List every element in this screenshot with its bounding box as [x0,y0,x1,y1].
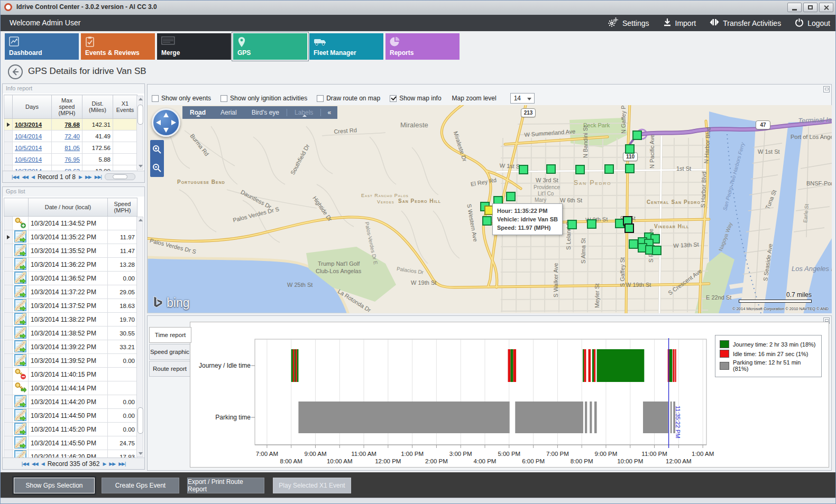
tab-route-report[interactable]: Route report [149,361,190,377]
day-link[interactable]: 10/5/2014 [15,145,42,151]
column-header[interactable]: X1 Events [113,95,137,119]
gps-list-row[interactable]: 10/3/2014 11:40:15 PM [4,368,137,381]
gps-marker[interactable] [629,239,638,249]
tab-dashboard[interactable]: Dashboard [5,33,79,60]
gps-marker[interactable] [652,246,662,255]
settings-button[interactable]: Settings [608,17,649,29]
map-toolbar-collapse-button[interactable]: « [321,109,337,116]
pager-nextpage-icon[interactable]: ▶▶ [85,174,91,180]
gps-list-row[interactable]: 10/3/2014 11:44:50 PM0.00 [4,409,137,423]
max-speed-link[interactable]: 72.40 [65,133,80,139]
tab-speed-graphic[interactable]: Speed graphic [149,344,190,360]
pager-hscrollbar[interactable] [105,173,135,180]
maximize-button[interactable] [803,3,817,12]
pager-next-icon[interactable]: ▶ [79,174,82,180]
gps-list-row[interactable]: 10/3/2014 11:34:52 PM [4,217,137,230]
bing-map[interactable]: Burma RdCrest RdMiralesteMiraleste DrSou… [148,105,832,313]
gps-marker[interactable] [546,164,556,174]
checkbox-icon[interactable] [221,95,227,102]
close-button[interactable] [819,3,833,12]
gps-marker[interactable] [482,216,492,226]
pager-prev-icon[interactable]: ◀ [41,461,44,466]
pager-prevpage-icon[interactable]: ◀◀ [32,461,38,466]
scrollbar-thumb[interactable] [137,105,143,125]
gps-list-row[interactable]: 10/3/2014 11:44:14 PM [4,381,137,395]
info-report-scrollbar[interactable] [136,96,143,170]
gps-list-table[interactable]: Date / hour (local)Speed (MPH)10/3/2014 … [4,198,137,464]
gps-list-row[interactable]: 10/3/2014 11:45:20 PM0.00 [4,423,137,436]
info-report-row[interactable]: 10/5/201481.05172.56 [4,142,137,154]
checkbox-icon[interactable] [152,95,159,102]
checkbox-icon[interactable] [317,95,324,102]
gps-list-row[interactable]: 10/3/2014 11:38:52 PM30.55 [4,326,137,340]
pager-last-icon[interactable]: ▶▶| [118,461,125,466]
show-gps-selection-button[interactable]: Show Gps Selection [14,478,95,493]
tab-gps[interactable]: GPS [233,33,307,60]
max-speed-link[interactable]: 78.68 [65,122,80,128]
map-zoom-level-select[interactable]: 14 [510,93,535,104]
pager-nextpage-icon[interactable]: ▶▶ [109,461,115,466]
tab-reports[interactable]: Reports [385,33,460,60]
minimize-button[interactable] [787,3,802,12]
gps-marker[interactable] [604,164,614,174]
info-report-row[interactable]: 10/6/201476.955.88 [4,154,137,165]
column-header[interactable]: Date / hour (local) [29,198,108,217]
gps-list-row[interactable]: 10/3/2014 11:35:52 PM11.47 [4,244,137,258]
map-compass-control[interactable] [152,108,180,137]
pager-first-icon[interactable]: |◀◀ [12,174,19,180]
gps-list-row[interactable]: 10/3/2014 11:35:22 PM11.97 [4,230,137,244]
gps-list-row[interactable]: 10/3/2014 11:45:50 PM24.75 [4,436,137,450]
info-report-row[interactable]: 10/3/201478.68142.31 [4,119,137,130]
day-link[interactable]: 10/6/2014 [15,156,42,163]
create-gps-event-button[interactable]: Create Gps Event [102,478,179,493]
pager-next-icon[interactable]: ▶ [103,461,106,466]
import-button[interactable]: Import [663,18,696,28]
gps-list-scrollbar[interactable] [136,217,143,457]
column-header[interactable]: Days [13,95,52,119]
max-speed-link[interactable]: 76.95 [65,156,80,163]
gps-marker[interactable] [575,165,585,174]
gps-list-row[interactable]: 10/3/2014 11:37:22 PM29.05 [4,285,137,299]
day-link[interactable]: 10/4/2014 [15,133,42,139]
column-header[interactable]: Speed (MPH) [108,198,137,217]
map-style-road[interactable]: Road [182,109,213,116]
gps-marker[interactable] [519,165,528,174]
column-header[interactable]: Dist. (Miles) [82,95,113,119]
gps-marker[interactable] [567,220,577,229]
zoom-out-icon[interactable] [152,163,162,173]
map-style-labels[interactable]: Labels [287,109,321,116]
pager-prev-icon[interactable]: ◀ [31,174,34,180]
map-panel-collapse-button[interactable] [823,86,830,92]
gps-marker[interactable] [625,164,635,173]
checkbox-option[interactable]: Show only events [152,95,211,102]
checkbox-option[interactable]: Show map info [390,95,441,102]
gps-list-row[interactable]: 10/3/2014 11:38:22 PM19.70 [4,313,137,326]
pager-first-icon[interactable]: |◀◀ [22,461,29,466]
gps-marker[interactable] [506,192,516,201]
checkbox-checked-icon[interactable] [390,95,397,102]
tab-merge[interactable]: Merge [157,33,231,60]
max-speed-link[interactable]: 81.05 [65,145,80,151]
checkbox-option[interactable]: Show only ignition activities [221,95,307,102]
gps-list-row[interactable]: 10/3/2014 11:36:52 PM0.00 [4,272,137,285]
column-header[interactable]: Max speed (MPH) [52,95,82,119]
map-style-aerial[interactable]: Aerial [213,109,244,116]
gps-marker[interactable] [587,219,596,229]
gps-marker[interactable] [624,223,634,233]
back-button[interactable] [8,64,23,79]
tab-time-report[interactable]: Time report [149,327,191,343]
logout-button[interactable]: Logout [795,18,830,29]
transfer-button[interactable]: Transfer Activities [710,17,781,29]
tab-events[interactable]: Events & Reviews [81,33,155,60]
gps-marker[interactable] [625,144,635,154]
checkbox-option[interactable]: Draw route on map [317,95,380,102]
gps-list-row[interactable]: 10/3/2014 11:39:52 PM0.00 [4,354,137,368]
gps-marker[interactable] [632,130,642,140]
pager-prevpage-icon[interactable]: ◀◀ [22,174,28,180]
day-link[interactable]: 10/3/2014 [15,122,42,128]
tab-fleet[interactable]: Fleet Manager [309,33,383,60]
map-style-birdseye[interactable]: Bird's eye [244,109,287,116]
gps-list-row[interactable]: 10/3/2014 11:39:22 PM33.21 [4,340,137,354]
gps-list-row[interactable]: 10/3/2014 11:37:52 PM18.63 [4,299,137,313]
gps-list-row[interactable]: 10/3/2014 11:36:22 PM13.28 [4,258,137,272]
